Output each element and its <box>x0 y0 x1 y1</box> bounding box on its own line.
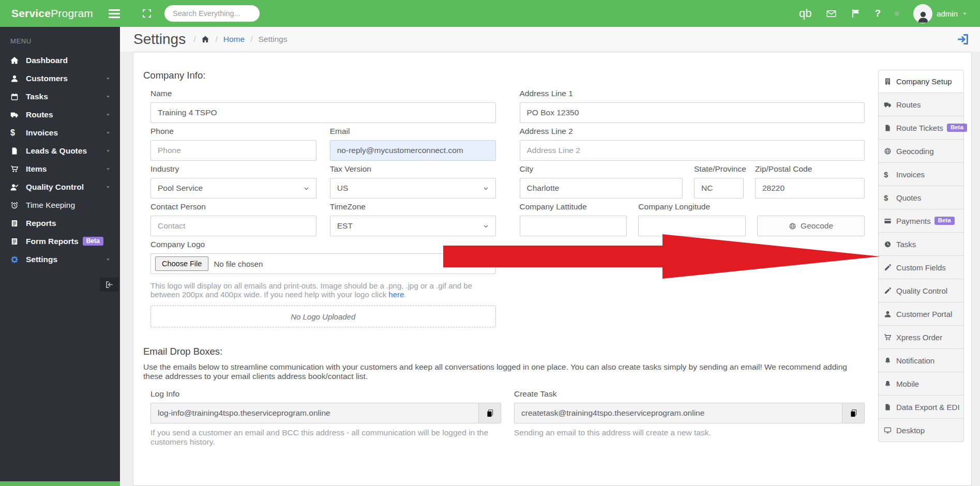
company-name-input[interactable] <box>150 102 496 123</box>
latitude-input[interactable] <box>520 216 627 236</box>
phone-field-group: Phone <box>150 126 316 161</box>
quickbooks-icon[interactable]: qb <box>799 8 811 19</box>
dollar-icon: $ <box>10 128 26 138</box>
caret-down-icon <box>105 166 111 172</box>
settings-side-nav: Company Setup Routes Route Tickets Beta … <box>878 70 964 470</box>
contact-field-group: Contact Person <box>150 202 316 236</box>
beta-badge: Beta <box>934 217 955 225</box>
sidebar-item-label: Leads & Quotes <box>26 146 87 156</box>
user-menu[interactable]: admin <box>913 4 968 23</box>
report-icon <box>10 237 26 246</box>
truck-icon <box>884 101 896 109</box>
geocode-button[interactable]: Geocode <box>757 216 865 236</box>
help-icon[interactable]: ? <box>875 8 881 19</box>
sidebar-item-reports[interactable]: Reports <box>0 214 120 232</box>
sidebar-item-routes[interactable]: Routes <box>0 105 120 124</box>
sign-in-icon[interactable] <box>956 33 970 46</box>
settings-nav-quality-control[interactable]: Quality Control <box>878 279 964 302</box>
settings-nav-payments[interactable]: Payments Beta <box>878 209 964 233</box>
settings-nav-geocoding[interactable]: Geocoding <box>878 140 964 163</box>
address-line1-input[interactable] <box>520 102 865 123</box>
industry-select[interactable]: Pool Service <box>150 178 316 199</box>
user-check-icon <box>10 183 26 191</box>
messages-icon[interactable] <box>826 8 837 19</box>
sidebar-item-invoices[interactable]: $ Invoices <box>0 124 120 142</box>
chevron-down-icon <box>303 185 310 192</box>
sidebar-collapse-button[interactable] <box>100 278 118 292</box>
sidebar-item-leads-quotes[interactable]: Leads & Quotes <box>0 142 120 160</box>
sidebar-item-time-keeping[interactable]: Time Keeping <box>0 196 120 214</box>
settings-nav-customer-portal[interactable]: Customer Portal <box>878 302 964 326</box>
sidebar-item-items[interactable]: Items <box>0 160 120 178</box>
contact-person-input[interactable] <box>150 216 316 236</box>
logo-help-link[interactable]: here <box>388 290 404 299</box>
home-icon[interactable] <box>201 35 209 43</box>
sidebar-item-dashboard[interactable]: Dashboard <box>0 51 120 69</box>
pencil-icon <box>884 264 896 271</box>
breadcrumb-current: Settings <box>258 35 287 44</box>
state-input[interactable] <box>694 178 744 199</box>
left-sidebar: MENU Dashboard Customers Tasks Routes $ … <box>0 27 120 486</box>
settings-nav-xpress-order[interactable]: Xpress Order <box>878 326 964 349</box>
sidebar-item-settings[interactable]: Settings <box>0 250 120 268</box>
page-header: Settings / / Home / Settings <box>120 27 980 52</box>
settings-nav-desktop[interactable]: Desktop <box>878 419 964 442</box>
city-input[interactable] <box>520 178 683 199</box>
settings-nav-mobile[interactable]: Mobile <box>878 372 964 396</box>
dollar-icon: $ <box>884 170 896 179</box>
log-info-help: If you send a customer an email and BCC … <box>150 428 501 447</box>
copy-log-email-button[interactable] <box>478 403 501 423</box>
clock-icon <box>884 240 896 248</box>
app-logo[interactable]: ServiceProgram <box>11 7 93 20</box>
sidebar-item-customers[interactable]: Customers <box>0 69 120 87</box>
flag-icon[interactable] <box>851 8 861 19</box>
copy-task-email-button[interactable] <box>842 403 865 423</box>
breadcrumb: / / Home / Settings <box>193 35 287 44</box>
logo-field-group: Company Logo Choose File No file chosen <box>150 239 496 274</box>
email-drop-intro: Use the emails below to streamline commu… <box>143 362 862 381</box>
zip-input[interactable] <box>755 178 865 199</box>
address2-field-group: Address Line 2 <box>520 126 865 161</box>
tax-field-group: Tax Version US <box>330 164 496 199</box>
menu-header: MENU <box>0 27 120 51</box>
timezone-select[interactable]: EST <box>330 216 496 236</box>
fullscreen-icon[interactable] <box>142 8 152 19</box>
email-drop-boxes-section: Email Drop Boxes: Use the emails below t… <box>150 346 865 447</box>
logo-file-input[interactable]: Choose File No file chosen <box>150 253 496 274</box>
breadcrumb-home-link[interactable]: Home <box>223 35 245 44</box>
settings-nav-data-export[interactable]: Data Export & EDI <box>878 396 964 419</box>
address-line2-input[interactable] <box>520 140 865 161</box>
sidebar-item-label: Settings <box>26 255 57 264</box>
choose-file-button[interactable]: Choose File <box>155 256 208 271</box>
sidebar-item-tasks[interactable]: Tasks <box>0 87 120 105</box>
settings-nav-routes[interactable]: Routes <box>878 93 964 116</box>
sidebar-item-label: Form Reports <box>26 237 79 246</box>
settings-nav-company-setup[interactable]: Company Setup <box>878 70 964 93</box>
state-label: State/Province <box>694 164 744 174</box>
sidebar-item-label: Items <box>26 164 47 174</box>
tax-version-select[interactable]: US <box>330 178 496 199</box>
settings-nav-route-tickets[interactable]: Route Tickets Beta <box>878 116 964 140</box>
email-field-group: Email <box>330 126 496 161</box>
search-input[interactable] <box>164 5 260 22</box>
longitude-input[interactable] <box>638 216 746 236</box>
settings-nav-tasks[interactable]: Tasks <box>878 233 964 256</box>
settings-nav-invoices[interactable]: $ Invoices <box>878 163 964 186</box>
settings-nav-quotes[interactable]: $ Quotes <box>878 186 964 209</box>
phone-input[interactable] <box>150 140 316 161</box>
settings-nav-notification[interactable]: Notification <box>878 349 964 372</box>
no-logo-text: No Logo Uploaded <box>291 312 355 321</box>
hamburger-menu-icon[interactable] <box>108 9 121 18</box>
file-icon <box>10 147 26 155</box>
sidebar-item-quality-control[interactable]: Quality Control <box>0 178 120 196</box>
logo-help-text: This logo will display on all emails and… <box>150 281 496 299</box>
email-label: Email <box>330 126 496 136</box>
create-task-input[interactable] <box>514 403 842 423</box>
email-input[interactable] <box>330 140 496 161</box>
no-logo-placeholder: No Logo Uploaded <box>150 306 496 327</box>
sidebar-item-form-reports[interactable]: Form Reports Beta <box>0 232 120 250</box>
settings-nav-custom-fields[interactable]: Custom Fields <box>878 256 964 279</box>
log-info-input[interactable] <box>150 403 478 423</box>
timezone-value: EST <box>337 221 353 231</box>
create-task-label: Create Task <box>514 389 865 399</box>
